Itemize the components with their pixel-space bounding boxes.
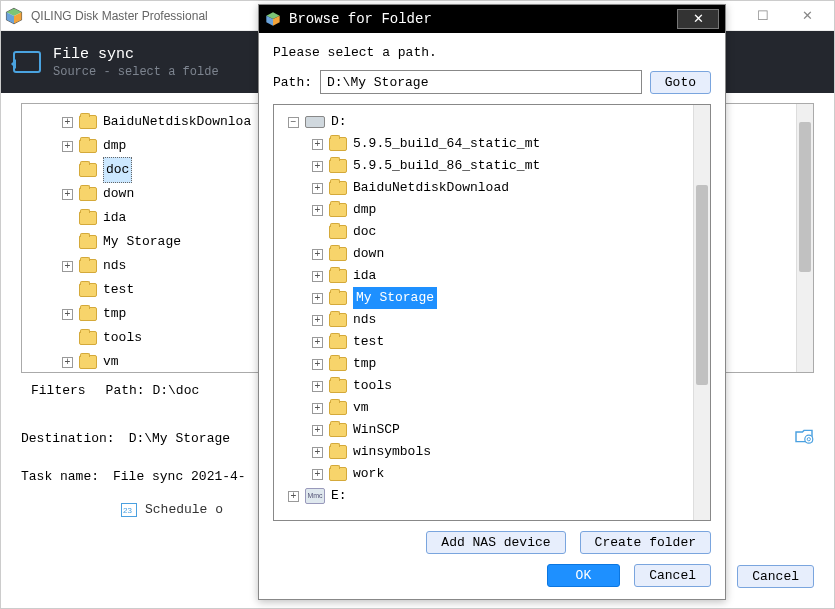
dialog-actions-row2: OK Cancel: [273, 564, 711, 599]
tree-item-label: down: [353, 243, 384, 265]
folder-icon: [79, 163, 97, 177]
svg-point-4: [805, 435, 813, 443]
expand-icon[interactable]: +: [62, 261, 73, 272]
filters-button[interactable]: Filters: [31, 381, 86, 400]
tree-item-label: 5.9.5_build_64_static_mt: [353, 133, 540, 155]
tree-item-label: My Storage: [353, 287, 437, 309]
folder-icon: [79, 115, 97, 129]
path-row: Path: Goto: [273, 70, 711, 94]
mmc-icon: Mmc: [305, 488, 325, 504]
drive-d-row[interactable]: − D:: [288, 111, 710, 133]
expand-icon[interactable]: +: [312, 139, 323, 150]
tree-item-label: nds: [103, 254, 126, 278]
ok-button[interactable]: OK: [547, 564, 621, 587]
expand-icon[interactable]: +: [288, 491, 299, 502]
expand-icon[interactable]: +: [312, 337, 323, 348]
folder-icon: [329, 445, 347, 459]
expand-icon[interactable]: +: [62, 309, 73, 320]
close-button[interactable]: ✕: [785, 2, 830, 30]
expand-icon[interactable]: +: [312, 425, 323, 436]
expand-icon[interactable]: +: [312, 315, 323, 326]
tree-item-label: 5.9.5_build_86_static_mt: [353, 155, 540, 177]
expand-icon[interactable]: +: [62, 357, 73, 368]
collapse-icon[interactable]: −: [288, 117, 299, 128]
expand-icon[interactable]: +: [312, 271, 323, 282]
folder-tree-item[interactable]: +vm: [288, 397, 710, 419]
dialog-icon: [265, 11, 281, 27]
goto-button[interactable]: Goto: [650, 71, 711, 94]
expand-icon[interactable]: +: [312, 469, 323, 480]
tree-item-label: vm: [103, 350, 119, 373]
tree-item-label: ida: [103, 206, 126, 230]
folder-icon: [79, 235, 97, 249]
schedule-label: Schedule o: [145, 502, 223, 517]
expand-icon[interactable]: +: [312, 381, 323, 392]
folder-tree-item[interactable]: +5.9.5_build_64_static_mt: [288, 133, 710, 155]
folder-icon: [79, 307, 97, 321]
expand-icon[interactable]: +: [312, 403, 323, 414]
tree-item-label: tmp: [353, 353, 376, 375]
tree-item-label: test: [353, 331, 384, 353]
folder-tree-scrollbar[interactable]: [693, 105, 710, 520]
destination-label: Destination:: [21, 431, 115, 446]
dialog-title: Browse for Folder: [289, 11, 432, 27]
folder-tree-item[interactable]: +work: [288, 463, 710, 485]
tree-item-label: tools: [103, 326, 142, 350]
path-input[interactable]: [320, 70, 642, 94]
tree-item-label: work: [353, 463, 384, 485]
expand-placeholder: [62, 213, 73, 224]
expand-icon[interactable]: +: [312, 249, 323, 260]
main-cancel-button[interactable]: Cancel: [737, 565, 814, 588]
page-subtitle: Source - select a folde: [53, 65, 219, 79]
folder-icon: [79, 259, 97, 273]
folder-tree-item[interactable]: +dmp: [288, 199, 710, 221]
source-tree-scrollbar[interactable]: [796, 104, 813, 372]
dialog-close-button[interactable]: ✕: [677, 9, 719, 29]
expand-icon[interactable]: +: [62, 141, 73, 152]
create-folder-button[interactable]: Create folder: [580, 531, 711, 554]
tree-item-label: tmp: [103, 302, 126, 326]
expand-placeholder: [62, 333, 73, 344]
path-label: Path: D:\doc: [106, 383, 200, 398]
folder-tree-item[interactable]: +nds: [288, 309, 710, 331]
folder-icon: [329, 313, 347, 327]
folder-icon: [79, 331, 97, 345]
folder-tree-item[interactable]: doc: [288, 221, 710, 243]
folder-tree-item[interactable]: +tools: [288, 375, 710, 397]
folder-icon: [79, 283, 97, 297]
folder-tree-item[interactable]: +BaiduNetdiskDownload: [288, 177, 710, 199]
folder-tree-item[interactable]: +test: [288, 331, 710, 353]
dialog-cancel-button[interactable]: Cancel: [634, 564, 711, 587]
expand-icon[interactable]: +: [312, 447, 323, 458]
tree-item-label: nds: [353, 309, 376, 331]
expand-icon[interactable]: +: [312, 359, 323, 370]
folder-tree-item[interactable]: +tmp: [288, 353, 710, 375]
destination-settings-icon[interactable]: [794, 428, 814, 449]
maximize-button[interactable]: ☐: [740, 2, 785, 30]
folder-icon: [329, 181, 347, 195]
folder-icon: [329, 357, 347, 371]
folder-tree-item[interactable]: +5.9.5_build_86_static_mt: [288, 155, 710, 177]
sync-icon: [13, 51, 41, 73]
folder-tree-item[interactable]: +WinSCP: [288, 419, 710, 441]
folder-tree-item[interactable]: +down: [288, 243, 710, 265]
folder-icon: [329, 423, 347, 437]
folder-icon: [329, 247, 347, 261]
app-logo-icon: [5, 7, 23, 25]
expand-icon[interactable]: +: [62, 117, 73, 128]
expand-icon[interactable]: +: [312, 161, 323, 172]
tree-item-label: WinSCP: [353, 419, 400, 441]
folder-tree-item[interactable]: +My Storage: [288, 287, 710, 309]
expand-icon[interactable]: +: [312, 293, 323, 304]
drive-e-row[interactable]: + Mmc E:: [288, 485, 710, 507]
folder-icon: [329, 379, 347, 393]
folder-tree-item[interactable]: +winsymbols: [288, 441, 710, 463]
expand-icon[interactable]: +: [312, 205, 323, 216]
add-nas-button[interactable]: Add NAS device: [426, 531, 565, 554]
tree-item-label: ida: [353, 265, 376, 287]
taskname-value: File sync 2021-4-: [113, 469, 246, 484]
expand-icon[interactable]: +: [312, 183, 323, 194]
expand-icon[interactable]: +: [62, 189, 73, 200]
folder-tree-item[interactable]: +ida: [288, 265, 710, 287]
tree-item-label: vm: [353, 397, 369, 419]
